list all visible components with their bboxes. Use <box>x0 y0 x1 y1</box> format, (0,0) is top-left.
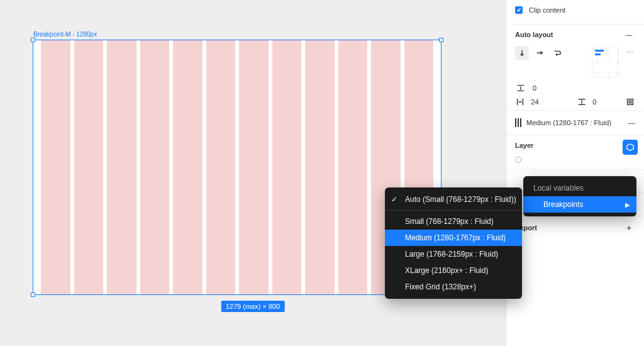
variable-submenu[interactable]: Local variables Breakpoints ▶ <box>523 176 636 216</box>
padding-vertical-input[interactable]: 0 <box>592 98 619 106</box>
divider <box>506 169 644 170</box>
layout-grid-column <box>338 40 368 294</box>
breakpoint-menu[interactable]: ✓Auto (Small (768-1279px : Fluid))Small … <box>385 187 522 299</box>
add-icon[interactable]: + <box>623 223 635 233</box>
check-icon: ✓ <box>391 195 397 204</box>
layout-grid-column <box>305 40 335 294</box>
apply-variable-button[interactable] <box>623 140 638 155</box>
clip-content-label: Clip content <box>529 6 565 14</box>
section-title: Auto layout <box>515 31 553 38</box>
divider <box>506 110 644 111</box>
resize-handle-top-left[interactable] <box>31 38 35 42</box>
alignment-grid[interactable] <box>592 46 618 77</box>
layer-header: Layer <box>506 137 644 154</box>
layout-grid-column <box>140 40 170 294</box>
resize-handle-bottom-left[interactable] <box>31 293 35 297</box>
resize-handle-top-right[interactable] <box>439 38 443 42</box>
section-title: Layer <box>515 142 533 149</box>
svg-rect-0 <box>628 99 633 105</box>
padding-horizontal-input[interactable]: 24 <box>531 98 558 106</box>
gap-vertical-icon <box>515 84 526 92</box>
menu-item[interactable]: Fixed Grid (1328px+) <box>385 279 522 295</box>
gap-vertical-input[interactable]: 0 <box>533 84 564 92</box>
menu-item[interactable]: Medium (1280-1767px : Fluid) <box>385 230 522 246</box>
layout-grid-column <box>272 40 302 294</box>
direction-controls <box>515 46 564 60</box>
layout-grid-column <box>206 40 236 294</box>
chevron-right-icon: ▶ <box>625 201 630 208</box>
selected-frame[interactable] <box>33 40 441 295</box>
layout-grid-column <box>74 40 104 294</box>
layout-grid-column <box>173 40 203 294</box>
auto-layout-header: Auto layout — <box>506 26 644 43</box>
menu-item[interactable]: Small (768-1279px : Fluid) <box>385 213 522 230</box>
padding-horizontal-icon <box>515 98 525 106</box>
svg-rect-1 <box>630 101 632 103</box>
submenu-title: Local variables <box>523 180 636 196</box>
menu-item[interactable]: Large (1768-2159px : Fluid) <box>385 246 522 262</box>
export-header: Export + <box>506 218 644 238</box>
layout-grid-column <box>107 40 136 294</box>
layout-grid-column <box>239 40 269 294</box>
direction-horizontal-button[interactable] <box>533 46 547 60</box>
frame-label[interactable]: Breakpoint-M - 1280px <box>33 31 97 38</box>
layer-blend-row[interactable] <box>506 154 644 168</box>
padding-vertical-icon <box>577 98 586 106</box>
collapse-icon[interactable]: — <box>623 31 635 38</box>
radio-icon[interactable] <box>515 157 521 163</box>
inspector-panel: Clip content Auto layout — <box>506 0 644 346</box>
menu-item[interactable]: ✓Auto (Small (768-1279px : Fluid)) <box>385 191 522 208</box>
collapse-icon[interactable]: — <box>628 119 635 126</box>
layout-grid-column <box>41 40 70 294</box>
columns-icon <box>515 118 521 127</box>
direction-wrap-button[interactable] <box>550 46 564 60</box>
more-icon[interactable]: ⋯ <box>625 46 635 59</box>
menu-item[interactable]: XLarge (2160px+ : Fluid) <box>385 262 522 279</box>
divider <box>506 24 644 25</box>
checkbox-icon[interactable] <box>515 6 523 14</box>
padding-individual-icon[interactable] <box>626 98 635 106</box>
direction-vertical-button[interactable] <box>515 46 529 60</box>
clip-content-row[interactable]: Clip content <box>506 0 644 23</box>
divider <box>506 135 644 135</box>
submenu-item-breakpoints[interactable]: Breakpoints ▶ <box>523 196 636 213</box>
layout-grid-row[interactable]: Medium (1280-1767 : Fluid) — <box>506 112 644 133</box>
grid-mode-label: Medium (1280-1767 : Fluid) <box>526 119 611 126</box>
frame-size-tag: 1279 (max) × 800 <box>221 301 285 312</box>
